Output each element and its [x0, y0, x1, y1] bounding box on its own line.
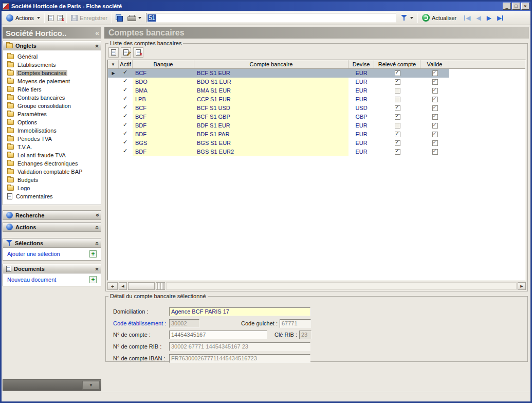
scroll-right-button[interactable]: [518, 282, 526, 290]
collapse-panel-icon[interactable]: [94, 226, 101, 229]
new-document-link[interactable]: Nouveau document: [7, 277, 87, 283]
table-row[interactable]: BCF BCF S1 EUR EUR: [108, 69, 525, 78]
checkbox[interactable]: [395, 70, 400, 76]
sidebar-tree-item[interactable]: Validation comptable BAP: [3, 168, 101, 176]
new-document-button[interactable]: [89, 276, 97, 283]
column-splitter-grip[interactable]: [156, 282, 165, 290]
valide-checkbox-cell[interactable]: [420, 148, 449, 156]
table-row[interactable]: BDF BGS S1 EUR2 EUR: [108, 148, 525, 156]
table-row[interactable]: BCF BCF S1 USD USD: [108, 104, 525, 113]
valide-checkbox-cell[interactable]: [420, 121, 449, 130]
sidebar-tree-item[interactable]: Comptes bancaires: [3, 69, 101, 77]
onglets-panel-header[interactable]: Onglets: [3, 41, 101, 50]
compte-bancaire-cell[interactable]: BDO S1 EUR: [194, 78, 348, 86]
banque-cell[interactable]: BMA: [133, 86, 194, 95]
releve-compte-checkbox-cell[interactable]: [374, 95, 420, 104]
checkbox[interactable]: [432, 123, 438, 129]
minimize-button[interactable]: _: [503, 3, 511, 10]
scrollbar-thumb[interactable]: [128, 282, 155, 290]
column-header-releve-compte[interactable]: Relevé compte: [374, 60, 420, 68]
column-header-devise[interactable]: Devise: [348, 60, 374, 68]
banque-cell[interactable]: BDF: [133, 148, 194, 156]
checkbox[interactable]: [395, 114, 400, 120]
sidebar-tree-item[interactable]: Paramètres: [3, 110, 101, 118]
table-row[interactable]: BDF BDF S1 EUR EUR: [108, 121, 525, 130]
actif-checkbox-cell[interactable]: [119, 113, 133, 121]
compte-bancaire-cell[interactable]: BDF S1 EUR: [194, 121, 348, 130]
add-selection-link[interactable]: Ajouter une sélection: [7, 251, 87, 257]
maximize-button[interactable]: □: [512, 3, 520, 10]
expand-bottom-panel-button[interactable]: [82, 381, 100, 390]
checkbox[interactable]: [395, 132, 400, 137]
scroll-left-button[interactable]: [119, 282, 127, 290]
releve-compte-checkbox-cell[interactable]: [374, 86, 420, 95]
checkbox[interactable]: [432, 79, 438, 85]
layers-button[interactable]: [114, 13, 125, 23]
actif-checkbox-cell[interactable]: [119, 130, 133, 139]
checkbox[interactable]: [432, 149, 438, 155]
code-etablissement-link[interactable]: Code établissement :: [113, 319, 168, 328]
nav-next-button[interactable]: [486, 13, 492, 23]
table-row[interactable]: BGS BGS S1 EUR EUR: [108, 139, 525, 148]
valide-checkbox-cell[interactable]: [420, 95, 449, 104]
actions-panel-header[interactable]: Actions: [3, 222, 101, 232]
table-row[interactable]: BDO BDO S1 EUR EUR: [108, 78, 525, 86]
sidebar-tree-item[interactable]: Options: [3, 118, 101, 126]
sidebar-tree-item[interactable]: Moyens de paiement: [3, 77, 101, 85]
sidebar-tree-item[interactable]: Logo: [3, 184, 101, 192]
valide-checkbox-cell[interactable]: [420, 86, 449, 95]
banque-cell[interactable]: BGS: [133, 139, 194, 148]
sidebar-tree-item[interactable]: Contrats bancaires: [3, 94, 101, 102]
banque-cell[interactable]: BCF: [133, 104, 194, 113]
sidebar-tree-item[interactable]: Périodes TVA: [3, 135, 101, 143]
checkbox[interactable]: [395, 123, 400, 129]
valide-checkbox-cell[interactable]: [420, 139, 449, 148]
actif-checkbox-cell[interactable]: [119, 148, 133, 156]
actif-checkbox-cell[interactable]: [119, 78, 133, 86]
actif-checkbox-cell[interactable]: [119, 121, 133, 130]
releve-compte-checkbox-cell[interactable]: [374, 113, 420, 121]
collapse-panel-icon[interactable]: [94, 267, 101, 270]
sidebar-tree-item[interactable]: Budgets: [3, 176, 101, 184]
checkbox[interactable]: [395, 88, 400, 94]
table-row[interactable]: BMA BMA S1 EUR EUR: [108, 86, 525, 95]
checkbox[interactable]: [432, 70, 438, 76]
sidebar-tree-item[interactable]: Groupe consolidation: [3, 102, 101, 110]
sidebar-tree-item[interactable]: Rôle tiers: [3, 85, 101, 94]
column-header-valide[interactable]: Valide: [420, 60, 449, 68]
selections-panel-header[interactable]: Sélections: [3, 238, 101, 248]
banque-cell[interactable]: LPB: [133, 95, 194, 104]
expand-panel-icon[interactable]: [94, 214, 101, 217]
banque-cell[interactable]: BCF: [133, 69, 194, 78]
quick-search-input[interactable]: 51: [146, 13, 396, 23]
releve-compte-checkbox-cell[interactable]: [374, 139, 420, 148]
scrollbar-track[interactable]: [166, 282, 517, 290]
grid-delete-button[interactable]: [133, 47, 143, 58]
title-bar[interactable]: Société Horticole de Paris - Fiche socié…: [2, 2, 530, 11]
sidebar-tree-item[interactable]: Etablissements: [3, 61, 101, 69]
compte-bancaire-cell[interactable]: BMA S1 EUR: [194, 86, 348, 95]
banque-cell[interactable]: BCF: [133, 113, 194, 121]
collapse-panel-icon[interactable]: [94, 242, 101, 245]
nav-previous-button[interactable]: [475, 13, 482, 23]
domiciliation-field[interactable]: Agence BCF PARIS 17: [169, 307, 310, 316]
sidebar-header[interactable]: Société Hortico.. «: [3, 27, 101, 39]
sidebar-tree-item[interactable]: Commentaires: [3, 192, 101, 200]
checkbox[interactable]: [432, 88, 438, 94]
releve-compte-checkbox-cell[interactable]: [374, 104, 420, 113]
collapse-sidebar-button[interactable]: «: [95, 29, 99, 37]
compte-bancaire-cell[interactable]: BGS S1 EUR: [194, 139, 348, 148]
sidebar-tree-item[interactable]: Immobilisations: [3, 126, 101, 135]
actif-checkbox-cell[interactable]: [119, 139, 133, 148]
compte-bancaire-cell[interactable]: CCP S1 EUR: [194, 95, 348, 104]
table-row[interactable]: LPB CCP S1 EUR EUR: [108, 95, 525, 104]
add-selection-button[interactable]: [89, 250, 97, 258]
table-row[interactable]: BCF BCF S1 GBP GBP: [108, 113, 525, 121]
releve-compte-checkbox-cell[interactable]: [374, 78, 420, 86]
nav-last-button[interactable]: [496, 13, 504, 23]
filter-button[interactable]: [398, 13, 416, 22]
nav-first-button[interactable]: [463, 13, 471, 23]
checkbox[interactable]: [432, 140, 438, 146]
checkbox[interactable]: [395, 79, 400, 85]
collapse-panel-icon[interactable]: [94, 44, 101, 47]
